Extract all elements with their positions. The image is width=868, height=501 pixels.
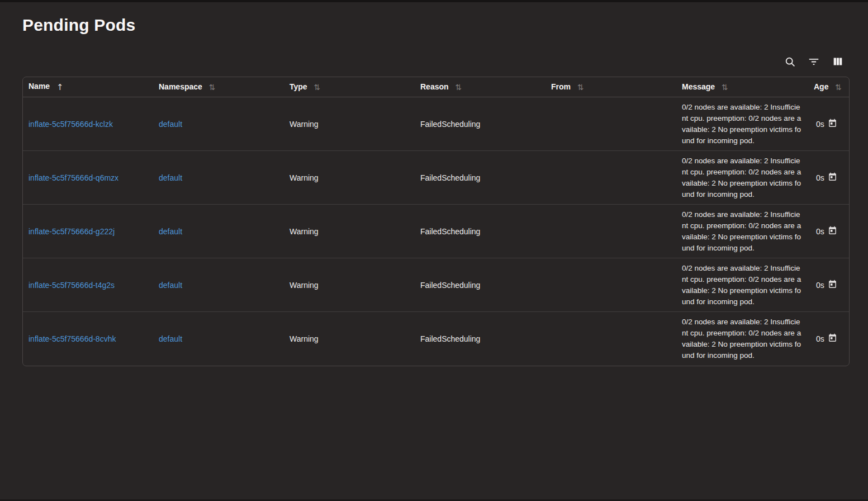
filter-button[interactable] bbox=[803, 51, 824, 72]
column-header-name[interactable]: Name ↑ bbox=[23, 77, 153, 97]
pod-name-link[interactable]: inflate-5c5f75666d-q6mzx bbox=[29, 173, 118, 182]
column-header-namespace[interactable]: Namespace ⇅ bbox=[153, 77, 284, 97]
pending-pods-page: Pending Pods bbox=[0, 2, 868, 366]
event-reason: FailedScheduling bbox=[420, 281, 480, 290]
sort-both-icon: ⇅ bbox=[209, 83, 216, 92]
table-row: inflate-5c5f75666d-g222j default Warning… bbox=[23, 205, 849, 258]
column-label: Type bbox=[290, 82, 307, 91]
calendar-icon bbox=[828, 172, 837, 183]
sort-both-icon: ⇅ bbox=[722, 83, 728, 92]
sort-both-icon: ⇅ bbox=[835, 83, 842, 92]
age-value: 0s bbox=[816, 334, 824, 343]
event-type: Warning bbox=[290, 173, 319, 182]
event-message: 0/2 nodes are available: 2 Insufficient … bbox=[682, 316, 803, 361]
event-type: Warning bbox=[290, 227, 319, 236]
column-header-type[interactable]: Type ⇅ bbox=[284, 77, 415, 97]
column-label: Namespace bbox=[159, 82, 202, 91]
pod-name-link[interactable]: inflate-5c5f75666d-8cvhk bbox=[29, 334, 116, 343]
calendar-icon bbox=[828, 280, 837, 291]
event-message: 0/2 nodes are available: 2 Insufficient … bbox=[682, 263, 803, 308]
table-row: inflate-5c5f75666d-kclzk default Warning… bbox=[23, 97, 849, 151]
table-row: inflate-5c5f75666d-t4g2s default Warning… bbox=[23, 258, 849, 312]
column-label: Message bbox=[682, 82, 715, 91]
pending-pods-table: Name ↑ Namespace ⇅ Type ⇅ Reason ⇅ From bbox=[22, 77, 850, 366]
event-type: Warning bbox=[290, 334, 319, 343]
calendar-icon bbox=[828, 333, 837, 344]
pod-name-link[interactable]: inflate-5c5f75666d-kclzk bbox=[29, 120, 113, 129]
event-message: 0/2 nodes are available: 2 Insufficient … bbox=[682, 209, 803, 254]
namespace-link[interactable]: default bbox=[159, 334, 182, 343]
age-value: 0s bbox=[816, 227, 824, 236]
columns-button[interactable] bbox=[827, 51, 848, 72]
event-message: 0/2 nodes are available: 2 Insufficient … bbox=[682, 102, 803, 146]
column-label: Age bbox=[814, 82, 828, 91]
pod-name-link[interactable]: inflate-5c5f75666d-g222j bbox=[29, 227, 115, 236]
namespace-link[interactable]: default bbox=[159, 281, 182, 290]
event-reason: FailedScheduling bbox=[420, 334, 480, 343]
column-header-age[interactable]: Age ⇅ bbox=[808, 77, 849, 97]
page-title: Pending Pods bbox=[22, 16, 848, 35]
calendar-icon bbox=[828, 226, 837, 237]
sort-asc-icon: ↑ bbox=[56, 82, 64, 92]
view-columns-icon bbox=[832, 55, 844, 68]
namespace-link[interactable]: default bbox=[159, 173, 182, 182]
table-toolbar bbox=[22, 51, 848, 72]
event-reason: FailedScheduling bbox=[420, 120, 480, 129]
namespace-link[interactable]: default bbox=[159, 227, 182, 236]
namespace-link[interactable]: default bbox=[159, 120, 182, 129]
sort-both-icon: ⇅ bbox=[455, 83, 462, 92]
age-value: 0s bbox=[816, 173, 824, 182]
age-value: 0s bbox=[816, 120, 824, 129]
sort-both-icon: ⇅ bbox=[314, 83, 321, 92]
column-label: Name bbox=[29, 82, 50, 91]
event-reason: FailedScheduling bbox=[420, 227, 480, 236]
table-row: inflate-5c5f75666d-q6mzx default Warning… bbox=[23, 151, 849, 205]
sort-both-icon: ⇅ bbox=[577, 83, 584, 92]
table-row: inflate-5c5f75666d-8cvhk default Warning… bbox=[23, 312, 849, 366]
event-type: Warning bbox=[290, 120, 319, 129]
column-header-from[interactable]: From ⇅ bbox=[546, 77, 676, 97]
calendar-icon bbox=[828, 119, 837, 130]
event-message: 0/2 nodes are available: 2 Insufficient … bbox=[682, 155, 803, 200]
column-label: Reason bbox=[420, 82, 449, 91]
event-type: Warning bbox=[290, 281, 319, 290]
column-header-reason[interactable]: Reason ⇅ bbox=[415, 77, 546, 97]
age-cell: 0s bbox=[814, 226, 843, 237]
age-cell: 0s bbox=[814, 172, 843, 183]
table-header-row: Name ↑ Namespace ⇅ Type ⇅ Reason ⇅ From bbox=[23, 77, 849, 97]
column-label: From bbox=[551, 82, 571, 91]
age-cell: 0s bbox=[814, 333, 843, 344]
pod-name-link[interactable]: inflate-5c5f75666d-t4g2s bbox=[29, 281, 115, 290]
age-value: 0s bbox=[816, 281, 824, 290]
search-button[interactable] bbox=[779, 51, 800, 72]
column-header-message[interactable]: Message ⇅ bbox=[676, 77, 808, 97]
filter-icon bbox=[808, 55, 820, 68]
event-reason: FailedScheduling bbox=[420, 173, 480, 182]
age-cell: 0s bbox=[814, 119, 843, 130]
age-cell: 0s bbox=[814, 280, 843, 291]
search-icon bbox=[784, 56, 796, 68]
